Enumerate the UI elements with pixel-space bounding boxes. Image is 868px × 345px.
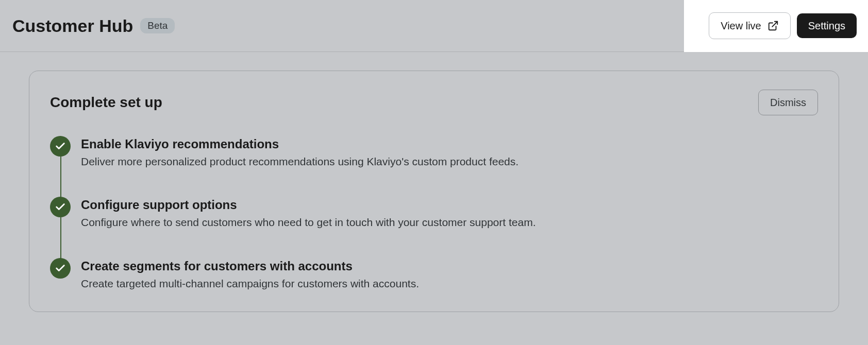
step-description: Create targeted multi-channel campaigns …	[81, 277, 419, 291]
beta-badge: Beta	[140, 18, 175, 33]
step-title: Create segments for customers with accou…	[81, 259, 419, 273]
card-header: Complete set up Dismiss	[50, 90, 818, 115]
step-complete-indicator	[50, 136, 71, 157]
view-live-label: View live	[721, 21, 761, 31]
card-title: Complete set up	[50, 94, 162, 111]
check-icon	[55, 263, 66, 274]
step-complete-indicator	[50, 197, 71, 217]
setup-step: Enable Klaviyo recommendations Deliver m…	[50, 136, 818, 197]
page-header: Customer Hub Beta View live Settings	[0, 0, 868, 52]
step-title: Enable Klaviyo recommendations	[81, 137, 519, 151]
step-content: Configure support options Configure wher…	[81, 197, 536, 230]
step-content: Enable Klaviyo recommendations Deliver m…	[81, 136, 519, 169]
setup-card: Complete set up Dismiss Enable Klaviyo r…	[29, 71, 839, 312]
check-icon	[55, 141, 66, 152]
svg-line-0	[772, 22, 777, 27]
dismiss-button[interactable]: Dismiss	[758, 90, 818, 115]
step-description: Configure where to send customers who ne…	[81, 215, 536, 230]
step-complete-indicator	[50, 258, 71, 279]
header-actions: View live Settings	[684, 0, 868, 52]
external-link-icon	[767, 20, 779, 31]
step-connector	[60, 157, 61, 198]
check-icon	[55, 201, 66, 213]
step-description: Deliver more personalized product recomm…	[81, 154, 519, 169]
header-left: Customer Hub Beta	[12, 16, 175, 36]
step-content: Create segments for customers with accou…	[81, 258, 419, 291]
steps-list: Enable Klaviyo recommendations Deliver m…	[50, 136, 818, 291]
step-connector	[60, 217, 61, 258]
setup-step: Create segments for customers with accou…	[50, 258, 818, 291]
step-title: Configure support options	[81, 198, 536, 212]
settings-button[interactable]: Settings	[797, 13, 857, 38]
setup-step: Configure support options Configure wher…	[50, 197, 818, 257]
page-title: Customer Hub	[12, 16, 133, 36]
view-live-button[interactable]: View live	[709, 12, 791, 39]
